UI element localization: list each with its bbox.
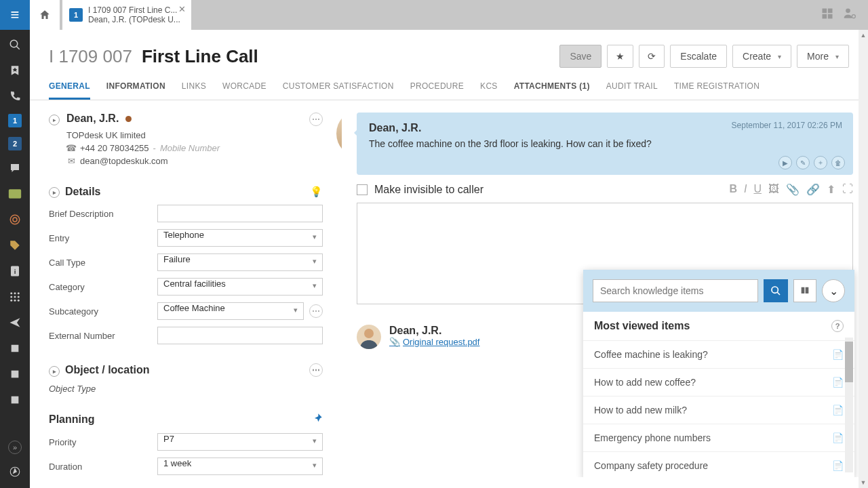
- knowledge-item[interactable]: How to add new milk?📄: [583, 396, 854, 424]
- message-text: The coffee machine on the 3rd floor is l…: [369, 138, 841, 149]
- tab-links[interactable]: LINKS: [182, 75, 206, 100]
- knowledge-help-icon[interactable]: ?: [831, 320, 844, 332]
- knowledge-scrollbar[interactable]: [845, 338, 853, 472]
- svg-point-15: [18, 292, 20, 294]
- save-button[interactable]: Save: [559, 45, 601, 68]
- arrow-out-icon-3[interactable]: [7, 392, 23, 408]
- call-icon[interactable]: [7, 88, 23, 104]
- target-icon[interactable]: [7, 211, 23, 228]
- bold-icon[interactable]: B: [729, 183, 737, 196]
- svg-point-6: [10, 40, 18, 47]
- tab-attachments[interactable]: ATTACHMENTS (1): [514, 75, 590, 100]
- invisible-checkbox[interactable]: [357, 184, 368, 195]
- duration-select[interactable]: 1 week: [157, 458, 323, 475]
- attachment-link[interactable]: 📎 Original request.pdf: [389, 337, 479, 347]
- subcategory-label: Subcategory: [49, 306, 157, 317]
- scroll-up-icon[interactable]: ▲: [859, 30, 868, 41]
- image-icon[interactable]: 🖼: [768, 183, 779, 196]
- bookmark-star-icon[interactable]: [7, 62, 23, 79]
- hamburger-menu[interactable]: ≡: [0, 0, 30, 30]
- caller-expand-icon[interactable]: ▸: [49, 115, 60, 125]
- knowledge-item[interactable]: Company safety procedure📄: [583, 451, 854, 477]
- knowledge-collapse-icon[interactable]: ⌄: [822, 279, 845, 302]
- tab-kcs[interactable]: KCS: [480, 75, 498, 100]
- knowledge-heading: Most viewed items: [594, 320, 690, 332]
- chat-icon[interactable]: [7, 160, 23, 176]
- more-button[interactable]: More: [797, 45, 849, 68]
- tab-close-icon[interactable]: ✕: [178, 4, 186, 14]
- open-tab[interactable]: 1 I 1709 007 First Line C... Dean, J.R. …: [62, 0, 191, 30]
- arrow-out-icon-2[interactable]: [7, 366, 23, 382]
- tag-icon[interactable]: [7, 237, 23, 253]
- caller-company: TOPdesk UK limited: [66, 130, 323, 140]
- insert-icon[interactable]: 📄: [832, 377, 844, 388]
- object-more-icon[interactable]: ⋯: [309, 363, 323, 377]
- escalate-button[interactable]: Escalate: [670, 45, 727, 68]
- insert-icon[interactable]: 📄: [832, 349, 844, 360]
- expand-rail-icon[interactable]: »: [8, 441, 22, 454]
- rail-badge-2[interactable]: 2: [8, 137, 22, 150]
- tab-information[interactable]: INFORMATION: [106, 75, 165, 100]
- scroll-down-icon[interactable]: ▼: [859, 477, 868, 488]
- tab-worcade[interactable]: WORCADE: [222, 75, 267, 100]
- msg-edit-icon[interactable]: ✎: [796, 156, 810, 169]
- subcategory-select[interactable]: Coffee Machine: [157, 302, 304, 320]
- object-expand-icon[interactable]: ▸: [49, 366, 60, 377]
- svg-text:i: i: [14, 268, 16, 275]
- favorite-button[interactable]: ★: [607, 45, 633, 68]
- msg-add-icon[interactable]: ＋: [814, 156, 827, 169]
- external-input[interactable]: [157, 327, 323, 344]
- details-expand-icon[interactable]: ▸: [49, 187, 60, 198]
- category-select[interactable]: Central facilities: [157, 278, 323, 296]
- knowledge-book-icon[interactable]: [793, 279, 816, 302]
- italic-icon[interactable]: I: [744, 183, 747, 196]
- svg-rect-2: [823, 14, 827, 19]
- insert-icon[interactable]: 📄: [832, 460, 844, 471]
- tab-time-registration[interactable]: TIME REGISTRATION: [674, 75, 760, 100]
- caller-more-icon[interactable]: ⋯: [309, 113, 323, 126]
- svg-point-10: [13, 218, 17, 222]
- grid-icon[interactable]: [7, 289, 23, 305]
- underline-icon[interactable]: U: [753, 183, 762, 196]
- msg-delete-icon[interactable]: 🗑: [831, 156, 845, 169]
- create-button[interactable]: Create: [732, 45, 791, 68]
- upload-icon[interactable]: ⬆: [827, 183, 835, 196]
- search-icon[interactable]: [7, 37, 23, 53]
- svg-point-21: [18, 300, 20, 302]
- rail-badge-1[interactable]: 1: [8, 114, 22, 127]
- tab-customer-satisfaction[interactable]: CUSTOMER SATISFACTION: [283, 75, 394, 100]
- dashboard-icon[interactable]: [821, 7, 834, 23]
- call-type-select[interactable]: Failure: [157, 253, 323, 271]
- msg-play-icon[interactable]: ▶: [778, 156, 792, 169]
- bulb-icon[interactable]: 💡: [310, 186, 323, 198]
- compass-icon[interactable]: [7, 464, 23, 480]
- expand-icon[interactable]: ⛶: [842, 183, 853, 196]
- object-type-label: Object Type: [49, 384, 157, 394]
- subcategory-more-icon[interactable]: ⋯: [309, 304, 323, 318]
- link-icon[interactable]: 🔗: [806, 183, 820, 196]
- knowledge-search-input[interactable]: [593, 279, 758, 302]
- brief-desc-label: Brief Description: [49, 209, 157, 219]
- home-button[interactable]: [30, 0, 60, 30]
- knowledge-item[interactable]: Emergency phone numbers📄: [583, 424, 854, 451]
- tab-general[interactable]: GENERAL: [49, 75, 90, 100]
- tab-audit-trail[interactable]: AUDIT TRAIL: [606, 75, 658, 100]
- knowledge-item[interactable]: How to add new coffee?📄: [583, 368, 854, 396]
- main-scrollbar[interactable]: ▲ ▼: [859, 30, 868, 488]
- attach-icon[interactable]: 📎: [786, 183, 800, 196]
- info-icon[interactable]: i: [7, 263, 23, 279]
- priority-select[interactable]: P7: [157, 433, 323, 451]
- arrow-out-icon[interactable]: [7, 340, 23, 357]
- entry-select[interactable]: Telephone: [157, 229, 323, 247]
- knowledge-search-button[interactable]: [764, 279, 788, 302]
- id-card-icon[interactable]: [7, 186, 23, 202]
- insert-icon[interactable]: 📄: [832, 432, 844, 443]
- send-icon[interactable]: [7, 314, 23, 331]
- user-settings-icon[interactable]: [842, 7, 857, 23]
- planning-pin-icon[interactable]: [312, 413, 323, 426]
- insert-icon[interactable]: 📄: [832, 405, 844, 415]
- brief-desc-input[interactable]: [157, 205, 323, 222]
- knowledge-item[interactable]: Coffee machine is leaking?📄: [583, 340, 854, 368]
- tab-procedure[interactable]: PROCEDURE: [410, 75, 464, 100]
- refresh-button[interactable]: ⟳: [639, 45, 665, 68]
